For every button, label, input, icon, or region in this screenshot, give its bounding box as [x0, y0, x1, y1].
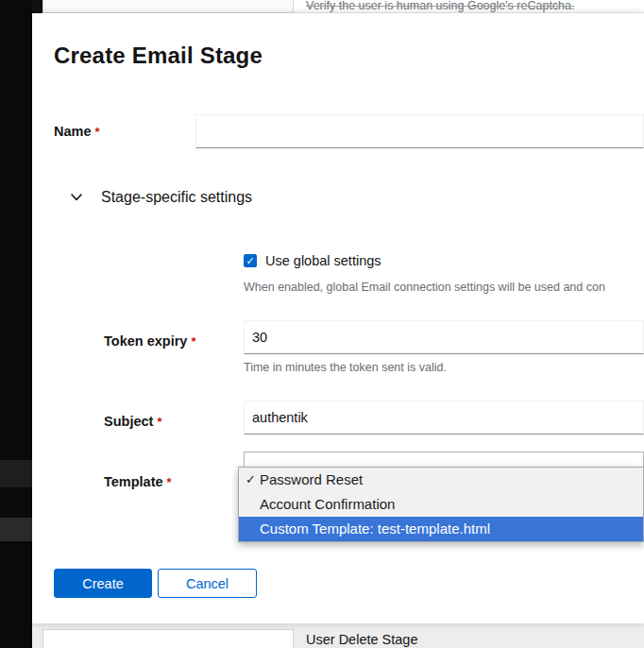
background-table-cell: [42, 629, 294, 648]
modal-title: Create Email Stage: [54, 43, 263, 69]
token-expiry-help-text: Time in minutes the token sent is valid.: [244, 361, 644, 374]
template-label: Template: [104, 474, 163, 489]
dropdown-option-label: Custom Template: test-template.html: [260, 520, 490, 537]
page: Verify the user is human using Google's …: [0, 0, 644, 648]
stage-specific-settings-toggle[interactable]: Stage-specific settings: [71, 189, 252, 206]
name-label-wrap: Name*: [54, 123, 195, 140]
modal-actions: Create Cancel: [54, 569, 257, 598]
sidebar-item[interactable]: [0, 518, 32, 541]
use-global-checkbox[interactable]: ✓: [244, 254, 257, 267]
subject-label-wrap: Subject*: [104, 413, 161, 430]
name-input[interactable]: [195, 114, 644, 148]
name-label: Name: [54, 124, 92, 139]
template-label-wrap: Template*: [104, 473, 172, 490]
token-expiry-label-wrap: Token expiry*: [104, 333, 195, 350]
token-expiry-input-wrap: [244, 320, 644, 354]
sidebar-item[interactable]: [0, 460, 32, 487]
required-asterisk: *: [95, 125, 100, 139]
background-table-row-bottom: User Delete Stage: [32, 623, 644, 648]
token-expiry-label: Token expiry: [104, 333, 187, 349]
subject-label: Subject: [104, 414, 153, 429]
dropdown-option-account-confirmation[interactable]: Account Confirmation: [239, 492, 643, 517]
token-expiry-input[interactable]: [244, 320, 644, 354]
background-table-cell: [42, 0, 294, 13]
template-dropdown-list: ✓ Password Reset Account Confirmation Cu…: [238, 467, 644, 542]
use-global-settings-row: ✓ Use global settings: [244, 253, 381, 268]
dropdown-option-password-reset[interactable]: ✓ Password Reset: [239, 468, 643, 492]
section-header-label: Stage-specific settings: [101, 189, 252, 206]
subject-input-wrap: [244, 401, 644, 435]
subject-input[interactable]: [244, 401, 644, 435]
create-email-stage-modal: Create Email Stage Name* Stage-specific …: [32, 13, 644, 623]
background-row-description: Verify the user is human using Google's …: [306, 0, 575, 13]
name-field-row: Name*: [54, 114, 644, 148]
create-button[interactable]: Create: [54, 569, 152, 598]
background-row-label: User Delete Stage: [306, 632, 417, 647]
check-icon: ✓: [246, 468, 256, 492]
dropdown-option-label: Password Reset: [260, 471, 363, 487]
dropdown-option-label: Account Confirmation: [260, 496, 395, 512]
use-global-label[interactable]: Use global settings: [265, 253, 381, 268]
required-asterisk: *: [167, 475, 172, 489]
dropdown-option-custom-template[interactable]: Custom Template: test-template.html: [239, 517, 643, 541]
required-asterisk: *: [157, 415, 161, 429]
required-asterisk: *: [191, 334, 195, 349]
app-sidebar: [0, 0, 32, 648]
chevron-down-icon: [71, 193, 82, 202]
cancel-button[interactable]: Cancel: [158, 569, 257, 598]
background-table-row-top: Verify the user is human using Google's …: [32, 0, 644, 13]
background-dark-block: [32, 0, 42, 13]
use-global-help-text: When enabled, global Email connection se…: [244, 281, 644, 294]
